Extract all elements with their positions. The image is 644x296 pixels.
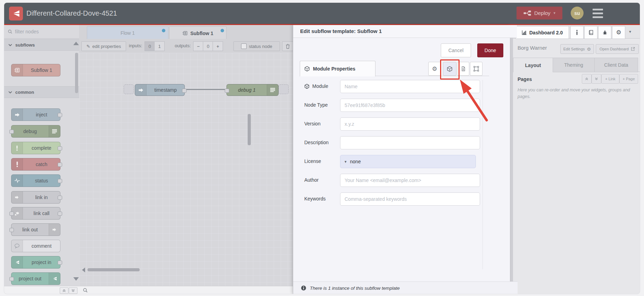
chevron-down-icon bbox=[8, 91, 12, 93]
palette-node-comment[interactable]: comment bbox=[11, 240, 60, 252]
palette-node-link-out[interactable]: link out bbox=[11, 223, 60, 236]
tab-layout[interactable]: Layout bbox=[513, 58, 553, 72]
node-label: link out bbox=[11, 227, 49, 232]
node-output-port[interactable] bbox=[58, 212, 62, 216]
tab-config-nodes[interactable]: ⚙ bbox=[612, 26, 625, 39]
palette-node-link-call[interactable]: link call bbox=[11, 207, 60, 220]
deploy-label: Deploy bbox=[534, 10, 551, 16]
status-node-checkbox[interactable] bbox=[241, 43, 247, 49]
subflow-port-stub[interactable] bbox=[279, 84, 289, 94]
canvas-node-debug-1[interactable]: debug 1 bbox=[226, 84, 279, 96]
palette-category-subflows[interactable]: subflows bbox=[4, 39, 83, 51]
palette-scrollbar[interactable] bbox=[75, 53, 78, 93]
description-field-label: Description bbox=[304, 136, 329, 149]
palette-node-link-in[interactable]: link in bbox=[11, 191, 60, 204]
debug-list-icon bbox=[267, 84, 278, 96]
info-circle-icon bbox=[301, 285, 306, 291]
author-input[interactable] bbox=[340, 174, 480, 187]
outputs-plus-button[interactable]: + bbox=[213, 41, 223, 51]
delete-subflow-button[interactable] bbox=[282, 41, 293, 51]
link-out-icon bbox=[49, 224, 60, 236]
chevron-down-icon bbox=[8, 44, 12, 46]
unsaved-changes-dot bbox=[162, 29, 165, 32]
double-chevron-up-icon bbox=[62, 289, 66, 293]
node-output-port[interactable] bbox=[182, 89, 187, 93]
palette-node-subflow-1[interactable]: Subflow 1 bbox=[11, 64, 60, 76]
status-node-toggle[interactable]: status node bbox=[233, 41, 280, 51]
canvas-footer bbox=[79, 286, 296, 294]
tab-module-properties[interactable]: Module Properties bbox=[300, 61, 375, 76]
open-dashboard-button[interactable]: Open Dashboard bbox=[596, 44, 639, 54]
sidebar-splitter[interactable] bbox=[510, 25, 513, 294]
node-output-port[interactable] bbox=[58, 196, 62, 200]
wire-timestamp-to-debug[interactable] bbox=[185, 89, 225, 90]
tab-dashboard-2[interactable]: Dashboard 2.0 bbox=[515, 26, 569, 39]
node-output-port[interactable] bbox=[58, 163, 62, 167]
subflow-properties-tab-button[interactable]: ⚙ bbox=[428, 62, 441, 76]
palette-node-catch[interactable]: catch bbox=[11, 158, 60, 171]
palette-node-complete[interactable]: complete bbox=[11, 142, 60, 154]
node-input-port[interactable] bbox=[9, 277, 14, 281]
deploy-caret-down-icon: ▾ bbox=[554, 11, 556, 15]
tab-theming[interactable]: Theming bbox=[552, 58, 595, 72]
tab-subflow-1[interactable]: Subflow 1 bbox=[169, 26, 226, 40]
cancel-button[interactable]: Cancel bbox=[441, 43, 471, 57]
canvas-horizontal-scrollbar[interactable] bbox=[88, 268, 140, 271]
tab-info[interactable] bbox=[570, 26, 584, 39]
collapse-pages-button[interactable] bbox=[582, 74, 592, 84]
palette-node-debug[interactable]: debug bbox=[11, 125, 60, 138]
palette-scroll-down-arrow[interactable] bbox=[73, 277, 79, 281]
node-output-port[interactable] bbox=[58, 113, 62, 117]
tab-flow-1[interactable]: Flow 1 bbox=[87, 26, 168, 40]
node-output-port[interactable] bbox=[58, 179, 62, 183]
canvas-vertical-scrollbar[interactable] bbox=[248, 114, 251, 145]
main-menu-button[interactable] bbox=[593, 9, 603, 18]
annotation-arrow bbox=[451, 74, 496, 126]
tab-client-data[interactable]: Client Data bbox=[594, 58, 638, 72]
palette-node-project-out[interactable]: project out bbox=[11, 272, 60, 285]
canvas-node-timestamp[interactable]: timestamp bbox=[135, 84, 185, 96]
palette-category-common[interactable]: common bbox=[4, 86, 83, 98]
subflow-port-stub[interactable] bbox=[124, 84, 134, 94]
palette-node-inject[interactable]: inject bbox=[11, 108, 60, 121]
deploy-button[interactable]: Deploy ▾ bbox=[517, 7, 562, 19]
node-input-port[interactable] bbox=[9, 212, 14, 216]
license-select[interactable]: ▾ none bbox=[340, 155, 476, 168]
palette-node-status[interactable]: status bbox=[11, 174, 60, 187]
inputs-label: inputs: bbox=[129, 41, 142, 50]
palette-filter[interactable]: filter nodes bbox=[4, 25, 83, 39]
user-avatar[interactable]: su bbox=[571, 7, 584, 19]
zoom-search-icon[interactable] bbox=[83, 288, 88, 293]
inputs-0-button[interactable]: 0 bbox=[145, 41, 155, 51]
node-output-port[interactable] bbox=[58, 261, 62, 265]
comment-bubble-icon bbox=[11, 240, 23, 252]
add-link-button[interactable]: + Link bbox=[601, 74, 619, 84]
sidebar-tabs-caret-down-icon[interactable]: ▾ bbox=[629, 29, 631, 34]
node-input-port[interactable] bbox=[225, 89, 229, 93]
node-label: debug 1 bbox=[227, 87, 267, 93]
inputs-1-button[interactable]: 1 bbox=[154, 41, 165, 51]
palette-node-project-in[interactable]: project in bbox=[11, 256, 60, 269]
done-button[interactable]: Done bbox=[477, 43, 503, 57]
version-field-label: Version bbox=[304, 117, 321, 130]
edit-properties-button[interactable]: ✎ edit properties bbox=[81, 41, 126, 51]
node-output-port[interactable] bbox=[58, 146, 62, 150]
tab-help[interactable] bbox=[584, 26, 597, 39]
palette-expand-all-button[interactable] bbox=[69, 287, 77, 294]
canvas-scroll-left-arrow[interactable] bbox=[82, 268, 85, 272]
node-input-port[interactable] bbox=[9, 130, 14, 134]
palette-scroll-up-arrow[interactable] bbox=[73, 42, 79, 45]
add-page-button[interactable]: + Page bbox=[619, 74, 638, 84]
keywords-input[interactable] bbox=[340, 192, 480, 206]
description-input[interactable] bbox=[340, 136, 480, 149]
flow-canvas[interactable]: timestamp debug 1 bbox=[79, 53, 293, 286]
edit-settings-button[interactable]: Edit Settings ⚙ bbox=[560, 44, 594, 54]
node-type-field-label: Node Type bbox=[304, 99, 328, 111]
appearance-tab-button[interactable] bbox=[470, 62, 482, 76]
expand-pages-button[interactable] bbox=[592, 74, 601, 84]
palette-collapse-all-button[interactable] bbox=[60, 287, 68, 294]
node-input-port[interactable] bbox=[9, 228, 14, 232]
node-red-window: Different-Collared-Dove-4521 Deploy ▾ su… bbox=[0, 0, 644, 296]
tab-debug-messages[interactable] bbox=[598, 26, 611, 39]
outputs-minus-button[interactable]: − bbox=[193, 41, 204, 51]
